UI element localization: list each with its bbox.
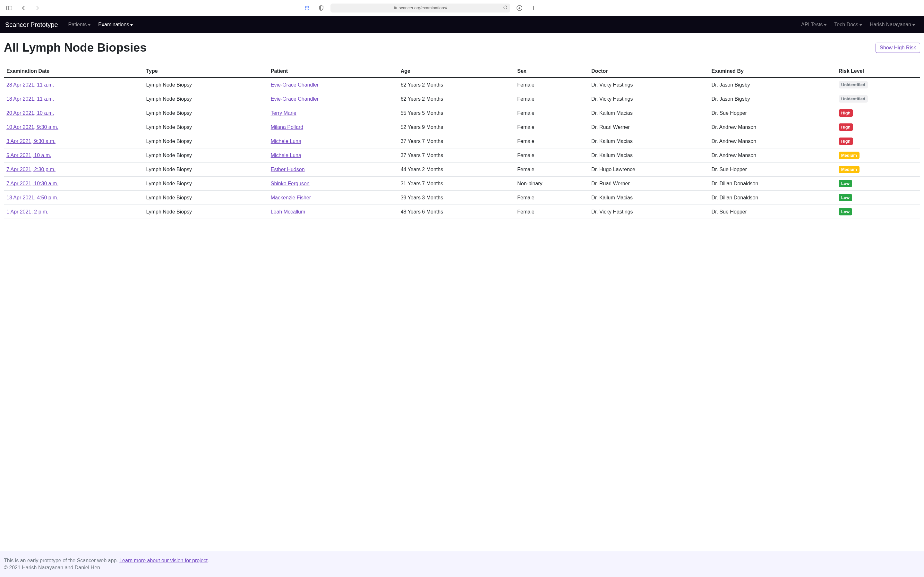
cell-type: Lymph Node Biopsy bbox=[144, 120, 268, 134]
nav-api-tests[interactable]: API Tests bbox=[797, 19, 830, 30]
cell-doctor: Dr. Hugo Lawrence bbox=[589, 163, 709, 177]
risk-badge: High bbox=[838, 109, 853, 117]
sidebar-toggle-button[interactable] bbox=[5, 3, 14, 13]
cell-type: Lymph Node Biopsy bbox=[144, 205, 268, 219]
cell-age: 48 Years 6 Months bbox=[398, 205, 515, 219]
forward-button[interactable] bbox=[33, 3, 42, 13]
show-high-risk-button[interactable]: Show High Risk bbox=[876, 43, 920, 53]
cell-examined-by: Dr. Sue Hopper bbox=[709, 106, 836, 120]
patient-link[interactable]: Terry Marie bbox=[271, 110, 296, 116]
risk-badge: Unidentified bbox=[838, 81, 868, 89]
patient-link[interactable]: Shinko Ferguson bbox=[271, 181, 310, 186]
examinations-table: Examination Date Type Patient Age Sex Do… bbox=[4, 65, 920, 219]
app-navbar: Scancer Prototype Patients Examinations … bbox=[0, 16, 924, 33]
patient-link[interactable]: Mackenzie Fisher bbox=[271, 195, 311, 200]
risk-badge: Medium bbox=[838, 166, 859, 173]
patient-link[interactable]: Evie-Grace Chandler bbox=[271, 96, 318, 102]
patient-link[interactable]: Michele Luna bbox=[271, 139, 301, 144]
caret-icon bbox=[859, 24, 862, 26]
th-risk[interactable]: Risk Level bbox=[836, 65, 920, 77]
examination-date-link[interactable]: 7 Apr 2021, 10:30 a.m. bbox=[6, 181, 58, 186]
examination-date-link[interactable]: 20 Apr 2021, 10 a.m. bbox=[6, 110, 54, 116]
cell-doctor: Dr. Kailum Macias bbox=[589, 191, 709, 205]
shield-icon[interactable] bbox=[317, 3, 326, 13]
th-date[interactable]: Examination Date bbox=[4, 65, 144, 77]
cell-sex: Female bbox=[515, 163, 589, 177]
risk-badge: Low bbox=[838, 180, 852, 187]
th-age[interactable]: Age bbox=[398, 65, 515, 77]
nav-examinations[interactable]: Examinations bbox=[94, 19, 137, 30]
cell-examined-by: Dr. Andrew Manson bbox=[709, 120, 836, 134]
cell-doctor: Dr. Ruari Werner bbox=[589, 120, 709, 134]
examination-date-link[interactable]: 13 Apr 2021, 4:50 p.m. bbox=[6, 195, 58, 200]
cell-type: Lymph Node Biopsy bbox=[144, 134, 268, 148]
table-header-row: Examination Date Type Patient Age Sex Do… bbox=[4, 65, 920, 77]
patient-link[interactable]: Evie-Grace Chandler bbox=[271, 82, 318, 87]
table-row: 1 Apr 2021, 2 p.m.Lymph Node BiopsyLeah … bbox=[4, 205, 920, 219]
th-patient[interactable]: Patient bbox=[268, 65, 398, 77]
patient-link[interactable]: Milana Pollard bbox=[271, 124, 303, 130]
th-examined-by[interactable]: Examined By bbox=[709, 65, 836, 77]
cell-age: 37 Years 7 Months bbox=[398, 148, 515, 163]
examination-date-link[interactable]: 3 Apr 2021, 9:30 a.m. bbox=[6, 139, 55, 144]
cell-examined-by: Dr. Jason Bigsby bbox=[709, 77, 836, 92]
browser-toolbar: scancer.org/examinations/ bbox=[0, 0, 924, 16]
cell-examined-by: Dr. Jason Bigsby bbox=[709, 92, 836, 106]
cell-age: 39 Years 3 Months bbox=[398, 191, 515, 205]
th-sex[interactable]: Sex bbox=[515, 65, 589, 77]
cell-sex: Female bbox=[515, 106, 589, 120]
table-row: 5 Apr 2021, 10 a.m.Lymph Node BiopsyMich… bbox=[4, 148, 920, 163]
new-tab-button[interactable] bbox=[529, 3, 538, 13]
cell-examined-by: Dr. Dillan Donaldson bbox=[709, 191, 836, 205]
cell-doctor: Dr. Vicky Hastings bbox=[589, 205, 709, 219]
caret-icon bbox=[824, 24, 827, 26]
examination-date-link[interactable]: 5 Apr 2021, 10 a.m. bbox=[6, 153, 51, 158]
nav-api-tests-label: API Tests bbox=[801, 22, 822, 27]
nav-tech-docs[interactable]: Tech Docs bbox=[830, 19, 866, 30]
cell-type: Lymph Node Biopsy bbox=[144, 177, 268, 191]
nav-user-label: Harish Narayanan bbox=[870, 22, 911, 27]
examination-date-link[interactable]: 18 Apr 2021, 11 a.m. bbox=[6, 96, 54, 102]
caret-icon bbox=[913, 24, 915, 26]
cell-type: Lymph Node Biopsy bbox=[144, 106, 268, 120]
risk-badge: High bbox=[838, 123, 853, 131]
cell-doctor: Dr. Vicky Hastings bbox=[589, 77, 709, 92]
lock-icon bbox=[394, 5, 397, 10]
th-type[interactable]: Type bbox=[144, 65, 268, 77]
nav-user-menu[interactable]: Harish Narayanan bbox=[866, 19, 919, 30]
examination-date-link[interactable]: 1 Apr 2021, 2 p.m. bbox=[6, 209, 48, 214]
examination-date-link[interactable]: 10 Apr 2021, 9:30 a.m. bbox=[6, 124, 58, 130]
examination-date-link[interactable]: 28 Apr 2021, 11 a.m. bbox=[6, 82, 54, 87]
nav-examinations-label: Examinations bbox=[98, 22, 129, 27]
cell-examined-by: Dr. Andrew Manson bbox=[709, 134, 836, 148]
cell-sex: Female bbox=[515, 120, 589, 134]
cell-sex: Female bbox=[515, 191, 589, 205]
nav-patients[interactable]: Patients bbox=[65, 19, 95, 30]
cell-type: Lymph Node Biopsy bbox=[144, 92, 268, 106]
patient-link[interactable]: Esther Hudson bbox=[271, 167, 305, 172]
nav-patients-label: Patients bbox=[68, 22, 87, 27]
patient-link[interactable]: Michele Luna bbox=[271, 153, 301, 158]
brand[interactable]: Scancer Prototype bbox=[5, 21, 58, 29]
refresh-icon[interactable] bbox=[503, 5, 507, 11]
url-bar[interactable]: scancer.org/examinations/ bbox=[330, 3, 510, 13]
cube-icon[interactable] bbox=[302, 3, 312, 13]
patient-link[interactable]: Leah Mccallum bbox=[271, 209, 305, 214]
back-button[interactable] bbox=[19, 3, 28, 13]
examination-date-link[interactable]: 7 Apr 2021, 2:30 p.m. bbox=[6, 167, 55, 172]
cell-sex: Female bbox=[515, 205, 589, 219]
cell-examined-by: Dr. Dillan Donaldson bbox=[709, 177, 836, 191]
cell-age: 44 Years 2 Months bbox=[398, 163, 515, 177]
cell-type: Lymph Node Biopsy bbox=[144, 77, 268, 92]
cell-type: Lymph Node Biopsy bbox=[144, 163, 268, 177]
caret-icon bbox=[130, 24, 133, 26]
table-row: 20 Apr 2021, 10 a.m.Lymph Node BiopsyTer… bbox=[4, 106, 920, 120]
downloads-button[interactable] bbox=[515, 3, 524, 13]
cell-doctor: Dr. Kailum Macias bbox=[589, 134, 709, 148]
cell-age: 62 Years 2 Months bbox=[398, 77, 515, 92]
table-row: 18 Apr 2021, 11 a.m.Lymph Node BiopsyEvi… bbox=[4, 92, 920, 106]
th-doctor[interactable]: Doctor bbox=[589, 65, 709, 77]
table-row: 28 Apr 2021, 11 a.m.Lymph Node BiopsyEvi… bbox=[4, 77, 920, 92]
cell-sex: Female bbox=[515, 134, 589, 148]
nav-tech-docs-label: Tech Docs bbox=[834, 22, 858, 27]
